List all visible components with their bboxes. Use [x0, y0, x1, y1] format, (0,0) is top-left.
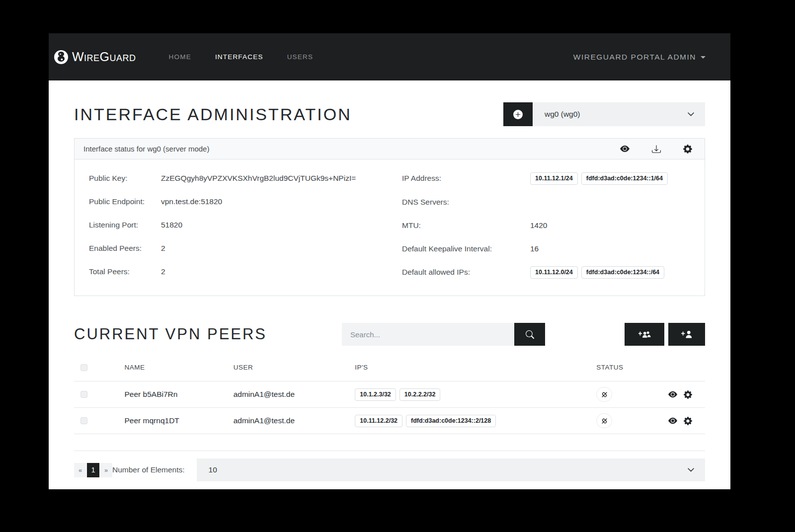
elements-per-page-label: Number of Elements: [112, 465, 185, 474]
peers-table: NAME USER IP'S STATUS Peer b5ABi7Rn admi… [74, 357, 705, 434]
edit-interface-button[interactable] [683, 145, 692, 153]
edit-peer-button[interactable] [684, 390, 692, 399]
select-all-checkbox[interactable] [80, 364, 87, 371]
column-header-ips: IP'S [355, 357, 596, 381]
eye-icon [668, 390, 677, 399]
ip-badge: 10.1.2.3/32 [355, 388, 396, 401]
chevron-down-icon [688, 468, 694, 472]
link-slash-icon [601, 391, 608, 398]
card-body: Public Key: ZzEGQgyh8yVPZXVKSXhVrgB2lud9… [75, 159, 705, 296]
gear-icon [683, 145, 692, 153]
add-multiple-peers-button[interactable] [625, 323, 664, 346]
user-menu-label: WIREGUARD PORTAL ADMIN [573, 53, 696, 62]
card-title: Interface status for wg0 (server mode) [83, 145, 209, 153]
ip-badge: fdfd:d3ad:c0de:1234::2/128 [406, 415, 496, 427]
interface-controls: wg0 (wg0) [503, 102, 705, 126]
ip-badge: fdfd:d3ad:c0de:1234::1/64 [581, 172, 668, 185]
screen: WireGuard HOME INTERFACES USERS WIREGUAR… [0, 0, 795, 532]
search-icon [526, 330, 534, 339]
elements-per-page-select[interactable]: 10 [197, 458, 705, 481]
show-peer-button[interactable] [668, 416, 677, 425]
caret-down-icon [701, 56, 706, 59]
table-header-row: NAME USER IP'S STATUS [74, 357, 705, 381]
pagination-page-1[interactable]: 1 [87, 463, 99, 477]
brand-name: WireGuard [72, 50, 136, 64]
nav-item-interfaces[interactable]: INTERFACES [203, 50, 275, 64]
pagination-next[interactable]: » [100, 463, 112, 477]
peer-user: adminA1@test.de [234, 408, 355, 434]
pagination-prev[interactable]: « [74, 463, 86, 477]
ip-badge: 10.11.12.1/24 [530, 172, 578, 185]
main-content: INTERFACE ADMINISTRATION wg0 (wg0) Inter… [49, 80, 730, 489]
eye-icon [668, 416, 677, 425]
ip-badge: fdfd:d3ad:c0de:1234::/64 [581, 266, 664, 279]
field-public-key: Public Key: ZzEGQgyh8yVPZXVKSXhVrgB2lud9… [89, 172, 388, 184]
chevron-down-icon [688, 112, 694, 117]
interface-select-value: wg0 (wg0) [545, 110, 580, 119]
gear-icon [684, 417, 692, 425]
show-config-button[interactable] [620, 144, 630, 153]
link-slash-icon [601, 417, 608, 425]
peers-title: CURRENT VPN PEERS [74, 325, 267, 343]
peer-search [342, 323, 545, 346]
field-dns-servers: DNS Servers: [402, 196, 705, 208]
plus-circle-icon [513, 110, 523, 119]
status-badge [596, 413, 612, 428]
main-nav: HOME INTERFACES USERS [157, 50, 325, 64]
show-peer-button[interactable] [668, 390, 677, 399]
elements-per-page-value: 10 [209, 465, 217, 474]
ip-badge: 10.11.12.0/24 [530, 266, 578, 279]
field-enabled-peers: Enabled Peers: 2 [89, 242, 388, 254]
peer-name: Peer b5ABi7Rn [125, 381, 234, 408]
eye-icon [620, 144, 630, 153]
user-menu-dropdown[interactable]: WIREGUARD PORTAL ADMIN [573, 53, 706, 62]
brand-link[interactable]: WireGuard [54, 50, 136, 65]
download-config-button[interactable] [652, 145, 661, 153]
edit-peer-button[interactable] [684, 417, 692, 425]
column-header-status: STATUS [596, 357, 663, 381]
divider [74, 451, 705, 451]
card-header: Interface status for wg0 (server mode) [75, 139, 705, 159]
add-peer-button[interactable] [668, 323, 705, 346]
row-checkbox[interactable] [80, 417, 87, 424]
interface-select[interactable]: wg0 (wg0) [533, 102, 705, 126]
column-header-name: NAME [125, 357, 234, 381]
search-button[interactable] [514, 323, 545, 346]
peer-user: adminA1@test.de [234, 381, 355, 408]
field-public-endpoint: Public Endpoint: vpn.test.de:51820 [89, 196, 388, 208]
ip-badge: 10.11.12.2/32 [355, 415, 402, 427]
column-header-user: USER [234, 357, 355, 381]
nav-item-home[interactable]: HOME [157, 50, 203, 64]
field-mtu: MTU: 1420 [402, 220, 705, 231]
table-row: Peer b5ABi7Rn adminA1@test.de 10.1.2.3/3… [74, 381, 705, 408]
users-plus-icon [638, 329, 651, 339]
app-window: WireGuard HOME INTERFACES USERS WIREGUAR… [49, 33, 730, 489]
wireguard-logo-icon [54, 50, 69, 65]
download-icon [652, 145, 661, 153]
field-listening-port: Listening Port: 51820 [89, 219, 388, 231]
gear-icon [684, 390, 692, 399]
field-keepalive: Default Keepalive Interval: 16 [402, 243, 705, 255]
field-total-peers: Total Peers: 2 [89, 266, 388, 278]
table-row: Peer mqrnq1DT adminA1@test.de 10.11.12.2… [74, 408, 705, 434]
user-plus-icon [681, 329, 693, 339]
status-badge [596, 387, 612, 402]
peer-name: Peer mqrnq1DT [125, 408, 234, 434]
nav-item-users[interactable]: USERS [275, 50, 325, 64]
pagination: « 1 » [74, 463, 112, 477]
add-interface-button[interactable] [503, 102, 533, 126]
field-ip-address: IP Address: 10.11.12.1/24 fdfd:d3ad:c0de… [402, 172, 705, 185]
ip-badge: 10.2.2.2/32 [399, 388, 441, 401]
field-allowed-ips: Default allowed IPs: 10.11.12.0/24 fdfd:… [402, 266, 705, 279]
navbar: WireGuard HOME INTERFACES USERS WIREGUAR… [49, 33, 730, 80]
row-checkbox[interactable] [80, 391, 87, 398]
interface-status-card: Interface status for wg0 (server mode) [74, 138, 705, 296]
page-title: INTERFACE ADMINISTRATION [74, 105, 352, 124]
search-input[interactable] [342, 323, 514, 346]
